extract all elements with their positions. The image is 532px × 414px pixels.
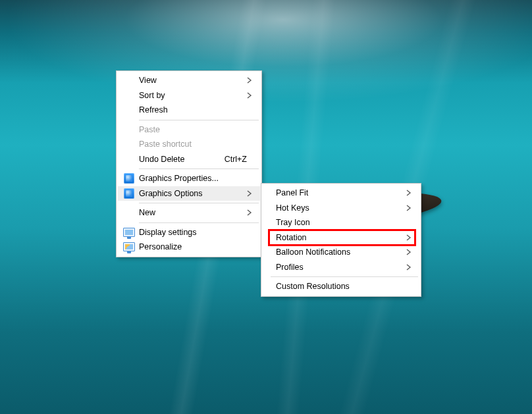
blank-icon (122, 138, 136, 150)
menu-item-refresh[interactable]: Refresh (118, 103, 260, 118)
chevron-right-icon (247, 92, 256, 99)
menu-item-label: Personalize (139, 242, 247, 251)
blank-icon (122, 90, 136, 101)
blank-icon (122, 104, 136, 116)
menu-item-label: Graphics Options (139, 189, 247, 198)
blank-icon (122, 207, 136, 219)
menu-item-label: Custom Resolutions (276, 282, 406, 291)
menu-item-label: Balloon Notifications (276, 247, 406, 257)
menu-separator (139, 120, 259, 120)
menu-item-label: Tray Icon (276, 218, 406, 227)
menu-item-label: View (139, 76, 247, 85)
water-surface-glow (0, 0, 532, 145)
menu-item-label: Rotation (276, 233, 406, 242)
menu-item-view[interactable]: View (118, 73, 260, 88)
graphics-options-submenu: Panel Fit Hot Keys Tray Icon Rotation Ba… (261, 183, 421, 297)
menu-item-label: Hot Keys (276, 203, 406, 213)
menu-item-label: Paste (139, 125, 247, 134)
chevron-right-icon (247, 209, 256, 216)
chevron-right-icon (406, 249, 415, 255)
menu-separator (139, 203, 259, 203)
intel-graphics-icon (122, 188, 136, 199)
chevron-right-icon (406, 205, 415, 211)
menu-item-label: Paste shortcut (139, 140, 247, 149)
submenu-item-custom-resolutions[interactable]: Custom Resolutions (263, 279, 419, 294)
menu-item-label: Panel Fit (276, 188, 406, 197)
chevron-right-icon (406, 264, 415, 271)
chevron-right-icon (247, 77, 256, 84)
submenu-item-tray-icon[interactable]: Tray Icon (263, 215, 419, 230)
display-settings-icon (122, 226, 136, 238)
menu-item-new[interactable]: New (118, 205, 260, 220)
desktop-context-menu: View Sort by Refresh Paste Paste shortcu… (116, 70, 262, 257)
menu-item-sort-by[interactable]: Sort by (118, 88, 260, 103)
menu-item-label: Undo Delete (139, 155, 219, 164)
menu-item-paste-shortcut: Paste shortcut (118, 137, 260, 152)
menu-item-label: New (139, 208, 247, 217)
menu-shortcut-text: Ctrl+Z (225, 155, 247, 164)
menu-item-graphics-options[interactable]: Graphics Options (118, 186, 260, 201)
menu-item-label: Sort by (139, 91, 247, 100)
submenu-item-rotation[interactable]: Rotation (263, 230, 419, 246)
menu-item-label: Profiles (276, 263, 406, 272)
chevron-right-icon (406, 234, 415, 241)
submenu-item-panel-fit[interactable]: Panel Fit (263, 186, 419, 201)
blank-icon (122, 153, 136, 165)
personalize-icon (122, 241, 136, 253)
blank-icon (267, 261, 273, 273)
menu-separator (271, 276, 418, 277)
chevron-right-icon (247, 190, 256, 197)
submenu-item-profiles[interactable]: Profiles (263, 260, 419, 275)
submenu-item-hot-keys[interactable]: Hot Keys (263, 201, 419, 216)
blank-icon (122, 124, 136, 136)
menu-item-paste: Paste (118, 122, 260, 138)
chevron-right-icon (406, 190, 415, 196)
menu-item-undo-delete[interactable]: Undo Delete Ctrl+Z (118, 152, 260, 167)
menu-item-label: Refresh (139, 105, 247, 115)
menu-separator (139, 222, 259, 223)
menu-item-personalize[interactable]: Personalize (118, 240, 260, 255)
blank-icon (267, 246, 273, 258)
blank-icon (267, 187, 273, 199)
blank-icon (267, 280, 273, 292)
blank-icon (267, 232, 273, 244)
menu-item-graphics-properties[interactable]: Graphics Properties... (118, 171, 260, 186)
menu-separator (139, 168, 259, 169)
menu-item-display-settings[interactable]: Display settings (118, 225, 260, 240)
submenu-item-balloon-notifications[interactable]: Balloon Notifications (263, 245, 419, 260)
blank-icon (267, 217, 273, 228)
menu-item-label: Graphics Properties... (139, 174, 247, 183)
blank-icon (267, 202, 273, 214)
blank-icon (122, 74, 136, 86)
intel-graphics-icon (122, 172, 136, 184)
menu-item-label: Display settings (139, 228, 247, 237)
